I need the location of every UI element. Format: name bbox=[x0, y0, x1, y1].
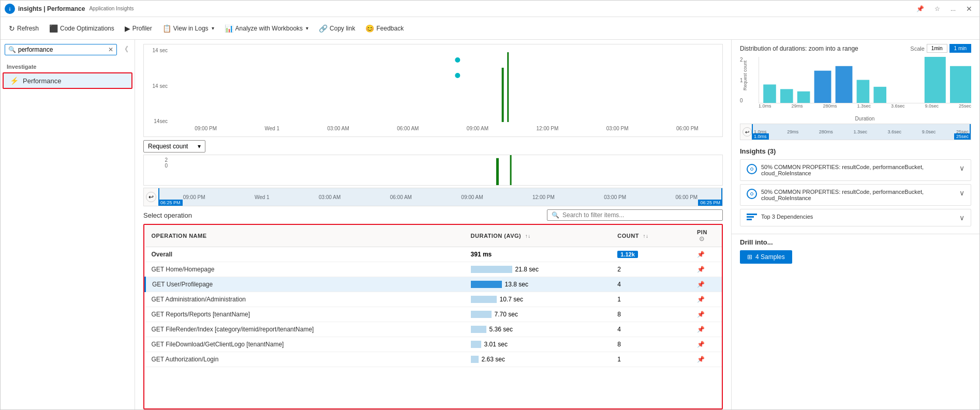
sidebar-item-performance[interactable]: ⚡ Performance bbox=[3, 72, 132, 89]
sidebar-search-input[interactable] bbox=[18, 46, 108, 53]
pin-row-button[interactable]: 📌 bbox=[697, 266, 705, 273]
code-optimizations-button[interactable]: ⬛ Code Optimizations bbox=[45, 22, 118, 35]
insight-2-chevron: ∨ bbox=[959, 189, 964, 197]
close-button[interactable]: ✕ bbox=[963, 4, 975, 14]
table-row[interactable]: GET User/Profilepage13.8 sec4📌 bbox=[145, 277, 722, 292]
table-row[interactable]: GET FileDownload/GetClientLogo [tenantNa… bbox=[145, 337, 722, 352]
scale-1min-active-btn[interactable]: 1 min bbox=[949, 44, 971, 53]
dur-handle-right[interactable]: 25sec bbox=[954, 133, 971, 140]
sidebar: 🔍 ✕ 《 Investigate ⚡ Performance bbox=[1, 40, 135, 409]
copy-link-button[interactable]: 🔗 Copy link bbox=[315, 22, 359, 35]
table-row-name: Overall bbox=[145, 247, 465, 262]
table-row-count: 8 bbox=[611, 337, 691, 352]
profiler-button[interactable]: ▶ Profiler bbox=[121, 22, 156, 35]
view-logs-icon: 📋 bbox=[162, 24, 171, 33]
insight-2-text: 50% COMMON PROPERTIES: resultCode, perfo… bbox=[761, 189, 959, 201]
col-pin-header: PIN ⊙ bbox=[691, 225, 722, 247]
dur-scrubber-nav[interactable]: ↩ bbox=[743, 127, 752, 136]
sort-count-icon[interactable]: ↑↓ bbox=[643, 233, 648, 239]
table-row-name: GET User/Profilepage bbox=[145, 277, 465, 292]
scrubber-handle-right[interactable]: 06:25 PM bbox=[698, 200, 722, 206]
insight-1-text: 50% COMMON PROPERTIES: resultCode, perfo… bbox=[761, 164, 959, 176]
table-row[interactable]: GET Home/Homepage21.8 sec2📌 bbox=[145, 262, 722, 277]
table-row[interactable]: GET FileRender/Index [category/itemid/re… bbox=[145, 322, 722, 337]
table-row-pin[interactable]: 📌 bbox=[691, 337, 722, 352]
table-row-pin[interactable]: 📌 bbox=[691, 292, 722, 307]
pin-row-button[interactable]: 📌 bbox=[697, 311, 705, 318]
search-filter-input[interactable] bbox=[562, 211, 718, 219]
dist-request-count-label: Request count bbox=[743, 80, 748, 90]
table-row-pin[interactable]: 📌 bbox=[691, 277, 722, 292]
table-row-name: GET Administration/Administration bbox=[145, 292, 465, 307]
analyze-workbooks-button[interactable]: 📊 Analyze with Workbooks ▾ bbox=[220, 22, 313, 35]
profiler-label: Profiler bbox=[132, 25, 152, 32]
sort-duration-icon[interactable]: ↑↓ bbox=[525, 233, 531, 239]
feedback-button[interactable]: 😊 Feedback bbox=[361, 22, 408, 35]
table-row-pin[interactable]: 📌 bbox=[691, 322, 722, 337]
pin-button[interactable]: 📌 bbox=[913, 4, 927, 14]
x-label-1: 09:00 PM bbox=[195, 126, 217, 131]
request-count-dropdown[interactable]: Request count ▾ bbox=[143, 140, 205, 153]
samples-table-icon: ⊞ bbox=[747, 253, 752, 261]
pin-row-button[interactable]: 📌 bbox=[697, 296, 705, 303]
table-row[interactable]: GET Administration/Administration10.7 se… bbox=[145, 292, 722, 307]
insight-item-1[interactable]: 50% COMMON PROPERTIES: resultCode, perfo… bbox=[740, 159, 971, 181]
svg-rect-2 bbox=[763, 84, 776, 103]
x-label-2: Wed 1 bbox=[264, 126, 279, 131]
x-label-3: 03:00 AM bbox=[328, 126, 349, 131]
more-button[interactable]: ... bbox=[947, 4, 959, 14]
req-count-svg bbox=[171, 155, 722, 185]
scrubber-handle-left[interactable]: 06:25 PM bbox=[158, 200, 183, 206]
insight-1-icon bbox=[747, 164, 757, 174]
pin-row-button[interactable]: 📌 bbox=[697, 356, 705, 363]
sidebar-item-performance-label: Performance bbox=[23, 77, 61, 85]
star-button[interactable]: ☆ bbox=[931, 4, 943, 14]
table-row[interactable]: GET Reports/Reports [tenantName]7.70 sec… bbox=[145, 307, 722, 322]
insight-item-3[interactable]: Top 3 Dependencies ∨ bbox=[740, 209, 971, 226]
duration-x-label: Duration bbox=[750, 116, 979, 122]
refresh-button[interactable]: ↻ Refresh bbox=[5, 22, 43, 35]
sidebar-clear-icon[interactable]: ✕ bbox=[108, 46, 113, 53]
sidebar-collapse-button[interactable]: 《 bbox=[119, 43, 130, 56]
col-operation-header: OPERATION NAME bbox=[145, 225, 465, 247]
dur-handle-left[interactable]: 1.0ms bbox=[752, 133, 769, 140]
table-row-pin[interactable]: 📌 bbox=[691, 262, 722, 277]
table-row-pin[interactable]: 📌 bbox=[691, 247, 722, 262]
analyze-label: Analyze with Workbooks bbox=[235, 25, 303, 32]
samples-button[interactable]: ⊞ 4 Samples bbox=[740, 250, 792, 264]
select-operation-bar: Select operation 🔍 bbox=[143, 209, 723, 221]
chart-body bbox=[171, 44, 722, 122]
pin-header-icon[interactable]: ⊙ bbox=[699, 235, 705, 242]
chart-svg bbox=[171, 44, 722, 122]
insight-item-2[interactable]: 50% COMMON PROPERTIES: resultCode, perfo… bbox=[740, 184, 971, 206]
table-row-pin[interactable]: 📌 bbox=[691, 352, 722, 367]
scrubber-nav-left[interactable]: ↩ bbox=[146, 192, 156, 202]
view-in-logs-button[interactable]: 📋 View in Logs ▾ bbox=[158, 22, 218, 35]
table-row-pin[interactable]: 📌 bbox=[691, 307, 722, 322]
scale-1min-btn[interactable]: 1min bbox=[927, 44, 947, 53]
pin-row-button[interactable]: 📌 bbox=[697, 251, 705, 258]
search-filter-icon: 🔍 bbox=[552, 211, 559, 219]
svg-rect-3 bbox=[780, 89, 793, 103]
app-window: i insights | Performance Application Ins… bbox=[0, 0, 980, 410]
scrubber-range bbox=[158, 188, 722, 206]
svg-rect-9 bbox=[925, 57, 946, 103]
pin-row-button[interactable]: 📌 bbox=[697, 281, 705, 288]
dist-chart-svg bbox=[759, 57, 971, 103]
code-opt-icon: ⬛ bbox=[49, 24, 58, 33]
req-count-y-axis: 2 0 bbox=[144, 157, 170, 169]
title-bar-title: insights | Performance bbox=[18, 5, 85, 12]
svg-text:i: i bbox=[9, 7, 11, 12]
pin-row-button[interactable]: 📌 bbox=[697, 341, 705, 348]
req-y-bot: 0 bbox=[146, 163, 168, 169]
insight-1-chevron: ∨ bbox=[959, 164, 964, 172]
table-row-count: 8 bbox=[611, 307, 691, 322]
insight-2-icon bbox=[747, 189, 757, 199]
insights-title: Insights (3) bbox=[740, 147, 971, 155]
table-row[interactable]: GET Authorization/Login2.63 sec1📌 bbox=[145, 352, 722, 367]
insight-3-text: Top 3 Dependencies bbox=[761, 214, 959, 220]
table-row[interactable]: Overall391 ms1.12k📌 bbox=[145, 247, 722, 262]
drill-title: Drill into... bbox=[740, 238, 971, 246]
pin-row-button[interactable]: 📌 bbox=[697, 326, 705, 333]
title-bar-subtitle: Application Insights bbox=[89, 6, 133, 11]
